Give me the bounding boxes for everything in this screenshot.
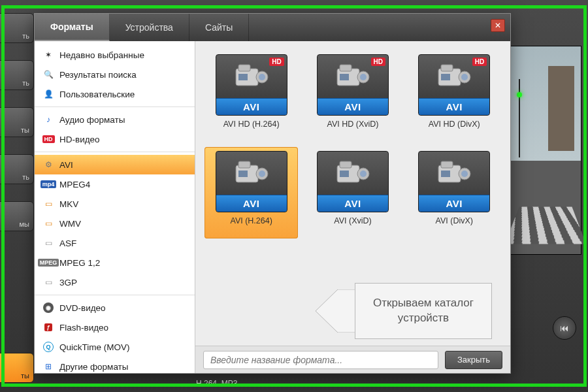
tile-format-bar: AVI [318,98,388,115]
hd-badge: HD [269,57,284,66]
tile-thumbnail: HD AVI [418,54,490,116]
sidebar-item-asf[interactable]: ▭ ASF [35,233,195,253]
svg-rect-6 [340,65,351,71]
svg-rect-1 [238,65,250,71]
sidebar-item-label: Другие форматы [59,362,128,372]
sidebar-item-label: QuickTime (MOV) [59,342,130,352]
sidebar-item-label: 3GP [59,278,77,287]
sidebar-item-mpeg4[interactable]: mp4 MPEG4 [35,174,195,194]
format-content: HD AVI AVI HD (H.264) HD AVI AVI HD (Xvi… [195,41,510,373]
format-dialog: Форматы Устройства Сайты ✕ ✶ Недавно выб… [34,13,511,374]
hd-badge: HD [472,57,487,66]
tile-thumbnail: HD AVI [317,54,389,116]
tile-caption: AVI (DivX) [436,216,473,225]
svg-point-28 [461,171,468,177]
video-preview [510,46,581,255]
film-icon: ▭ [42,237,54,249]
hd-icon: HD [42,133,54,145]
dialog-tabbar: Форматы Устройства Сайты ✕ [35,14,510,41]
close-button[interactable]: ✕ [491,19,505,32]
film-icon: ▭ [42,218,54,229]
format-search-input[interactable] [203,351,438,369]
svg-point-3 [259,74,265,80]
stub-button[interactable]: ты [0,107,34,137]
sidebar-item-flash[interactable]: ƒ Flash-видео [35,318,195,337]
format-tile[interactable]: AVI AVI (DivX) [408,147,501,238]
search-bar: Закрыть [195,346,510,373]
sidebar-item-label: MKV [59,199,78,209]
sidebar-item-other[interactable]: ⊞ Другие форматы [35,357,195,373]
sidebar-item-audio[interactable]: ♪ Аудио форматы [35,110,195,129]
camera-icon [216,152,287,195]
svg-rect-11 [441,65,453,71]
sidebar-item-wmv[interactable]: ▭ WMV [35,214,195,233]
sidebar-item-quicktime[interactable]: Q QuickTime (MOV) [35,337,195,357]
sidebar-item-custom[interactable]: 👤 Пользовательские [35,84,195,104]
tile-format-bar: AVI [419,98,489,115]
format-tile[interactable]: HD AVI AVI HD (H.264) [204,50,298,142]
stub-button[interactable]: ть [0,60,34,90]
sidebar-item-label: Результаты поиска [59,70,137,80]
svg-point-13 [461,74,468,80]
tile-caption: AVI HD (H.264) [223,120,280,129]
tile-format-bar: AVI [318,195,388,212]
film-icon: ▭ [42,198,54,210]
previous-button[interactable]: ⏮ [553,316,576,340]
user-icon: 👤 [42,88,54,100]
format-tile[interactable]: AVI AVI (XviD) [306,147,399,238]
tile-format-bar: AVI [419,195,489,212]
tile-format-bar: AVI [216,98,287,115]
mp4-icon: mp4 [42,178,54,190]
status-codec-text: H.264. MP3 [196,379,237,388]
tab-devices[interactable]: Устройства [110,14,189,41]
svg-rect-24 [340,171,349,177]
film-icon: ▭ [42,276,54,288]
sidebar-item-mpeg12[interactable]: MPEG MPEG 1,2 [35,253,195,272]
format-tile[interactable]: HD AVI AVI HD (DivX) [408,50,501,142]
hd-badge: HD [371,57,385,66]
sidebar-item-recent[interactable]: ✶ Недавно выбранные [35,45,195,65]
stub-button[interactable]: мы [0,201,34,231]
sidebar-item-label: Пользовательские [59,90,135,99]
svg-rect-19 [238,171,248,177]
tab-formats[interactable]: Форматы [35,14,110,41]
sidebar-item-label: WMV [59,219,81,229]
stub-button[interactable]: ть [0,13,34,43]
svg-rect-26 [441,161,453,168]
sidebar-item-mkv[interactable]: ▭ MKV [35,194,195,214]
left-toolbar-stubs: ть ть ты ть мы ты [0,0,34,392]
svg-rect-9 [340,74,349,80]
sidebar-item-avi[interactable]: ⚙ AVI [35,155,195,174]
sidebar-item-label: AVI [59,160,73,170]
tile-thumbnail: AVI [418,151,490,212]
tile-caption: AVI (H.264) [230,216,272,225]
sidebar-item-label: ASF [59,238,76,248]
svg-point-23 [360,171,367,177]
sidebar-item-search-results[interactable]: 🔍 Результаты поиска [35,65,195,84]
format-tile[interactable]: AVI AVI (H.264) [204,147,298,238]
svg-rect-16 [238,161,250,168]
stub-button[interactable]: ть [0,154,34,184]
stub-button-active[interactable]: ты [0,353,34,383]
svg-point-8 [360,74,367,80]
tile-format-bar: AVI [216,195,287,212]
note-icon: ♪ [42,114,54,125]
tab-sites[interactable]: Сайты [189,14,249,41]
search-icon: 🔍 [42,69,54,80]
svg-rect-29 [441,171,450,177]
sidebar-item-label: HD-видео [59,135,100,144]
sidebar-item-hd[interactable]: HD HD-видео [35,129,195,149]
sidebar-item-label: Flash-видео [59,323,108,333]
format-grid: HD AVI AVI HD (H.264) HD AVI AVI HD (Xvi… [195,41,510,346]
tile-thumbnail: HD AVI [216,54,287,116]
close-dialog-button[interactable]: Закрыть [445,351,502,369]
format-tile[interactable]: HD AVI AVI HD (XviD) [306,50,399,142]
flash-icon: ƒ [42,321,54,333]
tile-caption: AVI HD (XviD) [327,120,379,129]
sidebar-item-dvd[interactable]: ◉ DVD-видео [35,298,195,318]
star-icon: ✶ [42,49,54,61]
tile-caption: AVI (XviD) [334,216,371,225]
tile-thumbnail: AVI [216,151,287,212]
sidebar-item-3gp[interactable]: ▭ 3GP [35,272,195,292]
sidebar-item-label: Аудио форматы [59,115,125,125]
